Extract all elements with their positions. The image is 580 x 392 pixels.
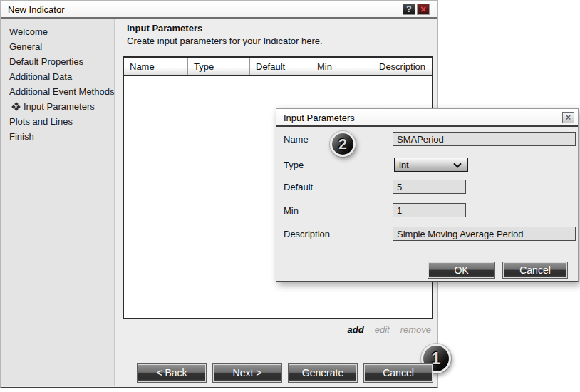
wizard-sidebar: Welcome General Default Properties Addit…	[1, 19, 115, 386]
type-select[interactable]: int	[394, 158, 468, 172]
callout-step-2-badge: 2	[330, 131, 356, 157]
min-label: Min	[284, 205, 299, 216]
description-label: Description	[284, 229, 330, 239]
remove-link[interactable]: remove	[400, 324, 431, 335]
window-title: New Indicator	[8, 4, 64, 15]
add-link[interactable]: add	[348, 324, 364, 335]
default-field[interactable]	[393, 180, 466, 194]
sidebar-item-additional-event-methods[interactable]: Additional Event Methods	[1, 84, 114, 99]
column-header-default: Default	[250, 58, 311, 75]
ok-button[interactable]: OK	[428, 262, 495, 279]
active-step-diamond-icon	[12, 103, 20, 110]
window-titlebar: New Indicator ? ×	[1, 1, 437, 19]
sidebar-item-input-parameters[interactable]: Input Parameters	[1, 99, 114, 114]
generate-button[interactable]: Generate	[288, 363, 358, 383]
sidebar-item-plots-and-lines[interactable]: Plots and Lines	[1, 114, 114, 129]
name-field[interactable]	[393, 132, 576, 146]
dialog-cancel-button[interactable]: Cancel	[502, 262, 568, 279]
min-field[interactable]	[393, 203, 466, 217]
description-field[interactable]	[393, 227, 576, 241]
sidebar-item-finish[interactable]: Finish	[1, 129, 114, 144]
input-parameters-dialog: Input Parameters × Name Type int Default…	[276, 108, 579, 282]
help-icon[interactable]: ?	[403, 4, 415, 15]
page-subtitle: Create input parameters for your Indicat…	[127, 36, 323, 46]
sidebar-item-additional-data[interactable]: Additional Data	[1, 69, 114, 84]
column-header-type: Type	[188, 58, 250, 75]
back-button[interactable]: < Back	[137, 363, 207, 383]
column-header-name: Name	[124, 58, 188, 75]
dialog-close-icon[interactable]: ×	[562, 112, 574, 123]
type-select-value: int	[399, 160, 409, 170]
sidebar-item-default-properties[interactable]: Default Properties	[1, 54, 114, 69]
column-header-description: Description	[373, 58, 432, 75]
dialog-titlebar: Input Parameters ×	[276, 109, 578, 127]
column-header-min: Min	[311, 58, 373, 75]
name-label: Name	[284, 134, 309, 145]
next-button[interactable]: Next >	[212, 363, 282, 383]
dialog-title: Input Parameters	[284, 113, 355, 123]
chevron-down-icon	[453, 160, 461, 167]
edit-link[interactable]: edit	[375, 324, 390, 335]
sidebar-item-welcome[interactable]: Welcome	[1, 24, 114, 39]
wizard-button-row: < Back Next > Generate Cancel	[137, 363, 433, 383]
dialog-button-row: OK Cancel	[428, 262, 568, 279]
page-title: Input Parameters	[127, 23, 202, 33]
sidebar-item-general[interactable]: General	[1, 39, 114, 54]
cancel-button[interactable]: Cancel	[363, 363, 433, 383]
table-header-row: Name Type Default Min Description	[124, 58, 432, 76]
default-label: Default	[284, 182, 313, 192]
table-action-links: add edit remove	[348, 324, 431, 335]
close-icon[interactable]: ×	[417, 4, 430, 15]
sidebar-item-label: Input Parameters	[24, 101, 95, 112]
type-label: Type	[284, 160, 304, 170]
